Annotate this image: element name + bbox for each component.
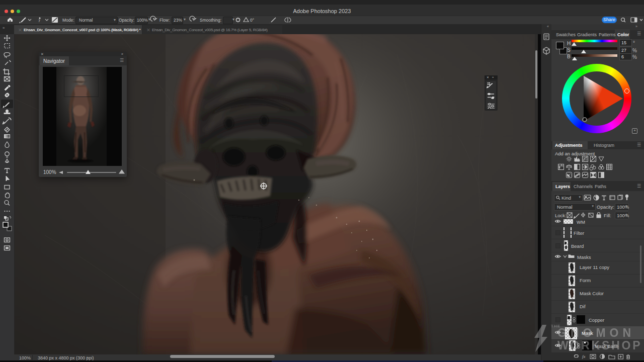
svg-text:WORKSHOP: WORKSHOP <box>557 339 642 352</box>
svg-text:GNOMON: GNOMON <box>557 326 635 339</box>
svg-text:7: 7 <box>38 19 40 23</box>
